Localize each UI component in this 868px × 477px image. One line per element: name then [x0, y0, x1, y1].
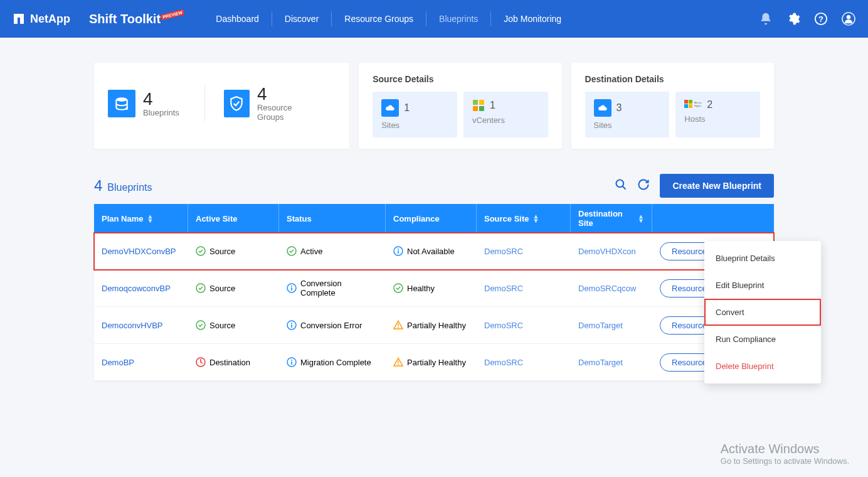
source-link[interactable]: DemoSRC: [484, 284, 523, 293]
bell-icon[interactable]: [759, 12, 773, 26]
column-header: Active Site: [188, 204, 279, 233]
app-title-text: Shift Toolkit: [89, 12, 161, 26]
list-actions: Create New Blueprint: [615, 174, 774, 198]
svg-rect-11: [479, 106, 484, 111]
app-header: NetApp Shift Toolkit PREVIEW DashboardDi…: [0, 0, 868, 38]
plan-cell: DemoBP: [94, 358, 188, 367]
vcenter-icon: [472, 99, 485, 112]
warn-amber-icon: [393, 357, 403, 367]
source-cell: DemoSRC: [477, 247, 571, 256]
source-card: Source Details 1 Sites 1 vCenters: [359, 63, 561, 149]
source-link[interactable]: DemoSRC: [484, 321, 523, 330]
table-row: DemoBPDestinationMigration CompleteParti…: [94, 344, 774, 381]
header-icons: ?: [759, 12, 855, 26]
status-cell: Migration Complete: [279, 357, 386, 367]
svg-rect-2: [14, 14, 24, 18]
nav-item-discover[interactable]: Discover: [272, 11, 331, 26]
dest-cell: DemoTarget: [571, 358, 652, 367]
menu-item-run-compliance[interactable]: Run Compliance: [704, 326, 821, 353]
nav-item-job-monitoring[interactable]: Job Monitoring: [490, 11, 574, 26]
create-blueprint-button[interactable]: Create New Blueprint: [660, 174, 774, 198]
dest-cell: DemoVHDXcon: [571, 247, 652, 256]
blueprints-label: Blueprints: [143, 108, 179, 117]
svg-rect-14: [684, 104, 688, 108]
plan-cell: DemoVHDXConvBP: [94, 247, 188, 256]
nav-item-blueprints[interactable]: Blueprints: [426, 11, 490, 26]
dst-sites-count: 3: [617, 102, 622, 114]
menu-item-convert[interactable]: Convert: [704, 299, 821, 326]
main-nav: DashboardDiscoverResource GroupsBlueprin…: [203, 11, 574, 26]
info-blue-icon: [393, 246, 403, 256]
dest-link[interactable]: DemoVHDXcon: [578, 247, 636, 256]
svg-text:Hyper-V: Hyper-V: [694, 104, 702, 107]
user-icon[interactable]: [842, 12, 855, 26]
plan-link[interactable]: DemoVHDXConvBP: [102, 247, 176, 256]
dst-sites-label: Sites: [594, 121, 661, 130]
ok-green-icon: [287, 246, 297, 256]
nav-item-resource-groups[interactable]: Resource Groups: [331, 11, 426, 26]
plan-link[interactable]: DemoconvHVBP: [102, 321, 163, 330]
list-count: 4: [94, 177, 102, 195]
menu-item-blueprint-details[interactable]: Blueprint Details: [704, 245, 821, 272]
column-header[interactable]: Plan Name▲▼: [94, 204, 188, 233]
source-cell: DemoSRC: [477, 321, 571, 330]
dest-link[interactable]: DemoTarget: [578, 358, 623, 367]
ok-green-icon: [196, 320, 206, 330]
svg-point-18: [617, 180, 624, 188]
list-header: 4 Blueprints Create New Blueprint: [94, 174, 774, 198]
compliance-cell: Partially Healthy: [386, 320, 477, 330]
source-link[interactable]: DemoSRC: [484, 247, 523, 256]
nav-item-dashboard[interactable]: Dashboard: [203, 11, 272, 26]
table-row: DemoqcowconvBPSourceConversion CompleteH…: [94, 270, 774, 307]
source-cell: DemoSRC: [477, 358, 571, 367]
help-icon[interactable]: ?: [814, 12, 828, 26]
menu-item-delete-blueprint[interactable]: Delete Blueprint: [704, 353, 821, 380]
warn-amber-icon: [393, 320, 403, 330]
source-link[interactable]: DemoSRC: [484, 358, 523, 367]
source-cell: DemoSRC: [477, 284, 571, 293]
table-row: DemoconvHVBPSourceConversion ErrorPartia…: [94, 307, 774, 344]
refresh-icon[interactable]: [637, 178, 650, 193]
svg-text:?: ?: [818, 14, 823, 24]
status-cell: Conversion Complete: [279, 279, 386, 297]
rg-stat: 4 Resource Groups: [204, 85, 336, 122]
source-vc-tile: 1 vCenters: [463, 92, 548, 137]
gear-icon[interactable]: [786, 12, 800, 26]
watermark-sub: Go to Settings to activate Windows.: [721, 456, 849, 466]
source-sites-tile: 1 Sites: [373, 92, 457, 137]
menu-item-edit-blueprint[interactable]: Edit Blueprint: [704, 272, 821, 299]
dest-sites-tile: 3 Sites: [585, 92, 670, 137]
plan-link[interactable]: DemoqcowconvBP: [102, 284, 171, 293]
brand-logo: NetApp: [13, 13, 70, 26]
plan-cell: DemoconvHVBP: [94, 321, 188, 330]
status-cell: Active: [279, 246, 386, 256]
column-header: Compliance: [386, 204, 477, 233]
column-header[interactable]: Destination Site▲▼: [571, 204, 652, 233]
ok-green-icon: [393, 283, 403, 293]
search-icon[interactable]: [615, 178, 627, 193]
blueprint-icon: [108, 90, 135, 117]
dest-link[interactable]: DemoSRCqcow: [578, 284, 636, 293]
svg-rect-10: [473, 106, 478, 111]
cloud-icon: [594, 99, 611, 117]
ok-green-icon: [196, 246, 206, 256]
active-site-cell: Source: [188, 246, 279, 256]
svg-point-6: [847, 15, 850, 19]
plan-link[interactable]: DemoBP: [102, 358, 134, 367]
column-header[interactable]: Source Site▲▼: [477, 204, 571, 233]
src-vc-count: 1: [490, 100, 495, 111]
watermark-title: Activate Windows: [721, 442, 849, 456]
compliance-cell: Not Available: [386, 246, 477, 256]
table-row: DemoVHDXConvBPSourceActiveNot AvailableD…: [94, 233, 774, 270]
active-site-cell: Destination: [188, 357, 279, 367]
source-title: Source Details: [373, 74, 548, 84]
dest-title: Destination Details: [585, 74, 760, 84]
busy-red-icon: [196, 357, 206, 367]
dest-cell: DemoTarget: [571, 321, 652, 330]
app-title: Shift Toolkit PREVIEW: [89, 12, 184, 26]
dest-hosts-tile: MicrosoftHyper-V 2 Hosts: [675, 92, 760, 137]
dest-card: Destination Details 3 Sites MicrosoftHyp…: [571, 63, 774, 149]
dest-link[interactable]: DemoTarget: [578, 321, 623, 330]
brand-name: NetApp: [30, 13, 70, 26]
compliance-cell: Partially Healthy: [386, 357, 477, 367]
